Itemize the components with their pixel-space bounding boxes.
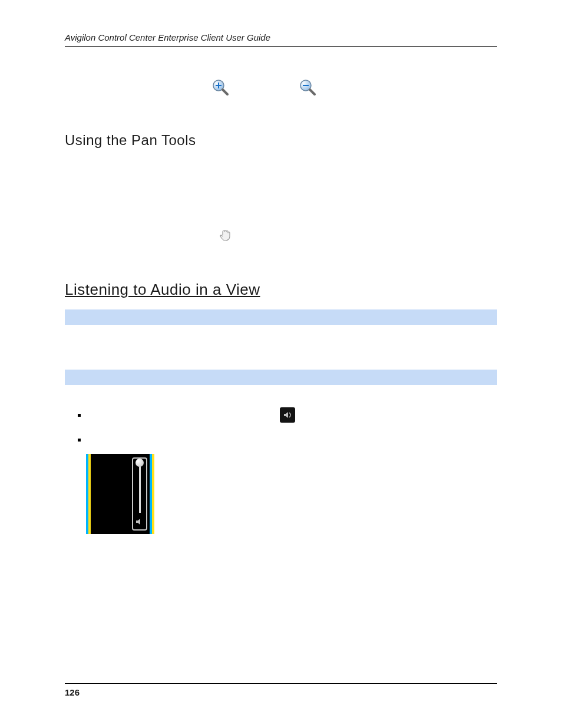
pan-hand-icon bbox=[218, 235, 233, 245]
figure-border bbox=[88, 454, 91, 534]
section-audio-heading: Listening to Audio in a View bbox=[65, 281, 497, 299]
document-page: Avigilon Control Center Enterprise Clien… bbox=[0, 0, 562, 728]
bullet-list bbox=[78, 406, 497, 449]
volume-slider-figure bbox=[86, 454, 154, 534]
slider-knob bbox=[135, 459, 144, 467]
section-pan-tools-heading: Using the Pan Tools bbox=[65, 132, 497, 149]
page-footer: 126 bbox=[65, 683, 497, 697]
page-number: 126 bbox=[65, 687, 80, 697]
bullet-icon bbox=[78, 414, 81, 417]
zoom-out-icon bbox=[299, 79, 316, 95]
highlight-bar-1 bbox=[65, 309, 497, 325]
bullet-icon bbox=[78, 439, 81, 442]
figure-border bbox=[152, 454, 154, 534]
highlight-bar-2 bbox=[65, 370, 497, 385]
zoom-tools-row bbox=[212, 79, 497, 95]
speaker-icon bbox=[134, 516, 145, 527]
list-item bbox=[78, 406, 497, 424]
pan-tool-row bbox=[218, 228, 497, 245]
spacer bbox=[65, 166, 497, 212]
svg-line-6 bbox=[310, 90, 315, 94]
speaker-button-figure bbox=[280, 407, 295, 423]
slider-track bbox=[139, 462, 141, 513]
volume-slider bbox=[132, 457, 147, 531]
svg-line-3 bbox=[223, 90, 227, 94]
running-header: Avigilon Control Center Enterprise Clien… bbox=[65, 32, 497, 47]
list-item bbox=[78, 430, 497, 449]
zoom-in-icon bbox=[212, 79, 229, 95]
spacer bbox=[65, 333, 497, 370]
